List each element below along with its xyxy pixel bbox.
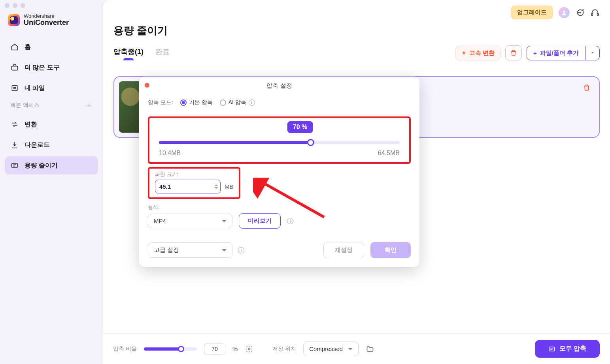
- fast-convert-button[interactable]: 고속 변환: [455, 46, 500, 60]
- slider-thumb[interactable]: [307, 139, 314, 146]
- download-icon: [10, 141, 19, 149]
- svg-point-5: [580, 12, 581, 13]
- delete-item-button[interactable]: [582, 83, 592, 93]
- info-icon[interactable]: i: [249, 99, 255, 106]
- svg-point-4: [578, 12, 579, 13]
- quick-compress[interactable]: 용량 줄이기: [5, 156, 98, 174]
- compress-icon: [10, 161, 19, 170]
- upgrade-button[interactable]: 업그레이드: [511, 6, 553, 19]
- slider-tooltip: 70 %: [287, 121, 313, 133]
- nav-home[interactable]: 홈: [5, 38, 98, 56]
- add-file-dropdown[interactable]: [585, 46, 600, 60]
- tab-done[interactable]: 완료: [155, 47, 170, 59]
- add-quick-icon[interactable]: +: [85, 102, 93, 109]
- trash-icon: [510, 49, 517, 56]
- format-select[interactable]: MP4: [148, 214, 232, 228]
- reset-button[interactable]: 재설정: [323, 242, 364, 258]
- chevron-down-icon: [222, 220, 227, 222]
- quick-download[interactable]: 다운로드: [5, 136, 98, 154]
- modal-title: 압축 설정: [266, 82, 292, 90]
- convert-icon: [10, 120, 19, 129]
- slider-fill: [144, 347, 181, 351]
- save-location-value: Compressed: [309, 345, 343, 352]
- ratio-label: 압축 비율: [113, 345, 137, 353]
- slider-max-label: 64.5MB: [378, 150, 400, 157]
- plus-icon: +: [533, 50, 537, 56]
- mode-ai-radio[interactable]: AI 압축 i: [220, 99, 255, 106]
- tabs-row: 압축중(1) 완료 고속 변환 + 파일/폴더 추가: [113, 45, 600, 60]
- quick-access-header: 빠른 액세스 +: [5, 97, 98, 111]
- filesize-label: 파일 크기:: [155, 171, 233, 178]
- svg-point-3: [563, 10, 565, 12]
- brand-top: Wondershare: [24, 13, 69, 19]
- list-icon: [548, 345, 555, 353]
- quick-convert[interactable]: 변환: [5, 115, 98, 133]
- avatar[interactable]: [559, 7, 570, 18]
- svg-rect-6: [591, 13, 593, 15]
- save-location-select[interactable]: Compressed: [303, 341, 359, 356]
- tab-compressing[interactable]: 압축중(1): [113, 47, 144, 59]
- toolbox-icon: [10, 63, 19, 72]
- slider-highlight-box: 70 % 10.4MB 64.5MB: [148, 116, 411, 164]
- advanced-select[interactable]: 고급 설정: [148, 242, 232, 258]
- percent-sign: %: [232, 345, 238, 352]
- mode-label: 압축 모드:: [148, 99, 173, 106]
- size-slider[interactable]: [159, 141, 400, 144]
- settings-icon[interactable]: [245, 345, 253, 353]
- page-title: 용량 줄이기: [113, 24, 600, 38]
- trash-icon: [583, 84, 591, 92]
- svg-rect-1: [12, 85, 17, 90]
- open-folder-icon[interactable]: [366, 345, 374, 353]
- logo-icon: [8, 14, 20, 26]
- add-file-button[interactable]: + 파일/폴더 추가: [527, 46, 585, 60]
- nav-label: 홈: [25, 43, 31, 51]
- radio-icon: [180, 99, 187, 106]
- svg-rect-7: [597, 13, 599, 15]
- quick-nav: 변환 다운로드 용량 줄이기: [5, 115, 98, 174]
- compress-settings-modal: 압축 설정 압축 모드: 기본 압축 AI 압축 i 70 % 10.4MB 6…: [139, 77, 419, 267]
- svg-point-9: [248, 348, 250, 350]
- support-icon[interactable]: [590, 8, 600, 17]
- modal-close-button[interactable]: [145, 83, 149, 88]
- brand-bottom: UniConverter: [24, 19, 69, 27]
- info-icon[interactable]: i: [287, 218, 293, 224]
- add-file-label: 파일/폴더 추가: [540, 49, 579, 57]
- info-icon[interactable]: i: [238, 247, 244, 253]
- footer-bar: 압축 비율 % 저장 위치 Compressed 모두 압축: [103, 333, 610, 364]
- nav-label: 내 파일: [25, 84, 45, 92]
- radio-icon: [220, 99, 226, 106]
- topbar: 업그레이드: [511, 6, 600, 19]
- advanced-label: 고급 설정: [154, 246, 179, 254]
- compress-all-button[interactable]: 모두 압축: [535, 340, 600, 358]
- primary-nav: 홈 더 많은 도구 내 파일: [5, 38, 98, 97]
- ratio-input[interactable]: [204, 343, 225, 355]
- filesize-highlight-box: 파일 크기: MB: [148, 167, 240, 199]
- mode-basic-radio[interactable]: 기본 압축: [180, 99, 213, 106]
- nav-my-files[interactable]: 내 파일: [5, 79, 98, 97]
- svg-rect-2: [12, 163, 18, 167]
- sidebar: Wondershare UniConverter 홈 더 많은 도구 내 파일 …: [0, 0, 103, 364]
- slider-thumb[interactable]: [178, 346, 184, 352]
- chat-icon[interactable]: [575, 8, 585, 17]
- filesize-unit: MB: [225, 183, 234, 190]
- nav-label: 용량 줄이기: [25, 161, 58, 170]
- footer-slider[interactable]: [144, 347, 197, 351]
- chevron-down-icon: [222, 249, 227, 251]
- svg-rect-0: [12, 66, 18, 70]
- home-icon: [10, 43, 19, 51]
- spin-up-button[interactable]: [214, 184, 218, 186]
- save-location-label: 저장 위치: [272, 345, 296, 353]
- radio-label: 기본 압축: [189, 99, 213, 106]
- filesize-input[interactable]: [155, 180, 221, 193]
- radio-label: AI 압축: [229, 99, 246, 106]
- nav-more-tools[interactable]: 더 많은 도구: [5, 58, 98, 77]
- format-value: MP4: [154, 218, 166, 224]
- format-label: 형식:: [148, 204, 419, 211]
- slider-fill: [159, 141, 311, 144]
- app-logo: Wondershare UniConverter: [5, 12, 98, 34]
- clear-button[interactable]: [505, 45, 522, 60]
- confirm-button[interactable]: 확인: [370, 242, 411, 258]
- chevron-down-icon: [590, 51, 595, 55]
- spin-down-button[interactable]: [214, 187, 218, 189]
- preview-button[interactable]: 미리보기: [239, 213, 281, 229]
